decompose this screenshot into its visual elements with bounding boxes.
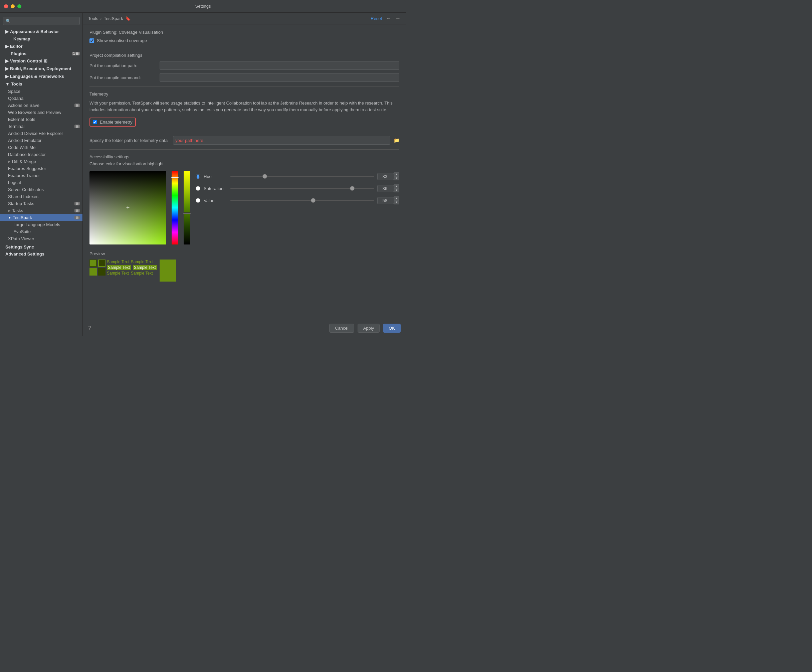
saturation-number-input[interactable] xyxy=(377,185,394,192)
show-visualised-coverage-checkbox[interactable] xyxy=(89,38,94,43)
enable-telemetry-checkbox[interactable] xyxy=(93,120,97,124)
sidebar-item-logcat[interactable]: Logcat xyxy=(0,179,82,186)
traffic-lights xyxy=(4,4,21,9)
value-decrement-btn[interactable]: ▼ xyxy=(394,200,399,204)
hue-decrement-btn[interactable]: ▼ xyxy=(394,176,399,180)
maximize-button[interactable] xyxy=(17,4,21,9)
sidebar-item-label: Terminal xyxy=(8,124,24,129)
hue-number-input[interactable] xyxy=(377,173,394,180)
sidebar-item-large-language[interactable]: Large Language Models xyxy=(0,221,82,228)
close-button[interactable] xyxy=(4,4,8,9)
sidebar-item-build[interactable]: ▶ Build, Execution, Deployment xyxy=(0,65,82,72)
sample-text-1a: Sample Text xyxy=(107,260,129,264)
sample-row-1: Sample Text Sample Text xyxy=(107,260,157,264)
sidebar-item-tasks[interactable]: ▶ Tasks ⊞ xyxy=(0,207,82,214)
ok-button[interactable]: OK xyxy=(383,324,401,333)
sample-row-3: Sample Text Sample Text xyxy=(107,271,157,275)
hsv-controls: Hue ▲ ▼ Saturation xyxy=(196,171,399,204)
sidebar-item-label: XPath Viewer xyxy=(8,236,34,241)
sidebar-item-code-with-me[interactable]: Code With Me xyxy=(0,144,82,151)
saturation-increment-btn[interactable]: ▲ xyxy=(394,185,399,188)
saturation-radio[interactable] xyxy=(196,186,200,191)
bookmark-icon[interactable]: 🔖 xyxy=(125,16,131,21)
forward-button[interactable]: → xyxy=(395,15,401,21)
sidebar-item-label: TestSpark xyxy=(13,215,32,220)
value-number-input[interactable] xyxy=(377,197,394,204)
value-slider[interactable] xyxy=(230,200,374,201)
sidebar-item-database-inspector[interactable]: Database Inspector xyxy=(0,151,82,158)
sidebar-item-label: Diff & Merge xyxy=(12,159,36,164)
folder-path-label: Specify the folder path for telemetry da… xyxy=(89,138,170,143)
sidebar-item-advanced-settings[interactable]: Advanced Settings xyxy=(0,250,82,258)
sidebar-item-evosuite[interactable]: EvoSuite xyxy=(0,228,82,235)
hue-indicator xyxy=(171,177,179,178)
minimize-button[interactable] xyxy=(11,4,15,9)
hue-label: Hue xyxy=(204,174,227,179)
hue-radio[interactable] xyxy=(196,174,200,179)
value-increment-btn[interactable]: ▲ xyxy=(394,197,399,200)
sidebar-item-web-browsers[interactable]: Web Browsers and Preview xyxy=(0,109,82,116)
value-radio[interactable] xyxy=(196,198,200,203)
value-strip[interactable] xyxy=(184,171,190,245)
compilation-path-input[interactable] xyxy=(160,61,399,70)
search-input[interactable] xyxy=(13,18,77,23)
sidebar-item-label: Features Suggester xyxy=(8,166,46,171)
sidebar-item-label: Build, Execution, Deployment xyxy=(10,66,71,71)
cancel-button[interactable]: Cancel xyxy=(329,324,354,333)
sidebar-item-android-emulator[interactable]: Android Emulator xyxy=(0,137,82,144)
sidebar-item-shared-indexes[interactable]: Shared Indexes xyxy=(0,193,82,200)
sidebar-item-version-control[interactable]: ▶ Version Control ⊞ xyxy=(0,57,82,65)
sidebar-item-label: Code With Me xyxy=(8,145,36,150)
sidebar-item-label: External Tools xyxy=(8,117,35,122)
sidebar-item-xpath-viewer[interactable]: XPath Viewer xyxy=(0,235,82,242)
sidebar-item-label: Advanced Settings xyxy=(5,251,44,256)
saturation-slider[interactable] xyxy=(230,188,374,189)
saturation-decrement-btn[interactable]: ▼ xyxy=(394,188,399,192)
preview-sq-3 xyxy=(89,268,97,275)
accessibility-title: Accessibility settings xyxy=(89,154,399,159)
sidebar-item-terminal[interactable]: Terminal ⊞ xyxy=(0,123,82,130)
sidebar-item-label: Shared Indexes xyxy=(8,194,38,199)
sidebar-item-editor[interactable]: ▶ Editor xyxy=(0,43,82,50)
sidebar-item-android-file[interactable]: Android Device File Explorer xyxy=(0,130,82,137)
sidebar-item-external-tools[interactable]: External Tools xyxy=(0,116,82,123)
sidebar-item-languages[interactable]: ▶ Languages & Frameworks xyxy=(0,72,82,80)
sidebar-item-plugins[interactable]: Plugins 1 ⊞ xyxy=(0,50,82,57)
folder-browse-icon[interactable]: 📁 xyxy=(394,138,399,143)
divider-1 xyxy=(89,48,399,48)
preview-sq-2 xyxy=(98,260,106,267)
sidebar-item-startup-tasks[interactable]: Startup Tasks ⊞ xyxy=(0,200,82,207)
hue-increment-btn[interactable]: ▲ xyxy=(394,172,399,176)
sidebar-item-keymap[interactable]: Keymap xyxy=(0,36,82,43)
color-picker-area: + Hue xyxy=(89,171,399,245)
search-box[interactable]: 🔍 xyxy=(3,17,80,25)
sidebar-item-server-certificates[interactable]: Server Certificates xyxy=(0,186,82,193)
sidebar-item-actions-save[interactable]: Actions on Save ⊞ xyxy=(0,102,82,109)
color-gradient[interactable]: + xyxy=(89,171,166,245)
sidebar-item-tools[interactable]: ▼ Tools xyxy=(0,80,82,88)
apply-button[interactable]: Apply xyxy=(358,324,380,333)
sidebar-item-appearance[interactable]: ▶ Appearance & Behavior xyxy=(0,28,82,36)
compile-command-input[interactable] xyxy=(160,73,399,82)
sidebar-item-label: Appearance & Behavior xyxy=(10,29,59,34)
sidebar-item-qodana[interactable]: Qodana xyxy=(0,95,82,102)
breadcrumb-separator: › xyxy=(100,16,101,21)
sidebar-item-space[interactable]: Space xyxy=(0,88,82,95)
arrow-icon: ▶ xyxy=(5,66,9,71)
sidebar-item-features-suggester[interactable]: Features Suggester xyxy=(0,165,82,172)
value-indicator xyxy=(183,212,191,214)
help-button[interactable]: ? xyxy=(88,325,91,331)
sidebar-item-diff-merge[interactable]: ▶ Diff & Merge xyxy=(0,158,82,165)
telemetry-description: With your permission, TestSpark will sen… xyxy=(89,100,399,113)
sidebar-item-settings-sync[interactable]: Settings Sync xyxy=(0,243,82,250)
sidebar-item-testspark[interactable]: ▼ TestSpark ⊞ xyxy=(0,214,82,221)
reset-button[interactable]: Reset xyxy=(370,16,382,21)
arrow-icon: ▼ xyxy=(8,216,11,219)
sidebar-item-features-trainer[interactable]: Features Trainer xyxy=(0,172,82,179)
back-button[interactable]: ← xyxy=(386,15,391,21)
hue-strip[interactable] xyxy=(172,171,178,245)
folder-path-input[interactable] xyxy=(173,136,390,145)
hue-slider[interactable] xyxy=(230,176,374,177)
sidebar-item-label: Large Language Models xyxy=(14,222,60,227)
sidebar-item-label: Web Browsers and Preview xyxy=(8,110,61,115)
